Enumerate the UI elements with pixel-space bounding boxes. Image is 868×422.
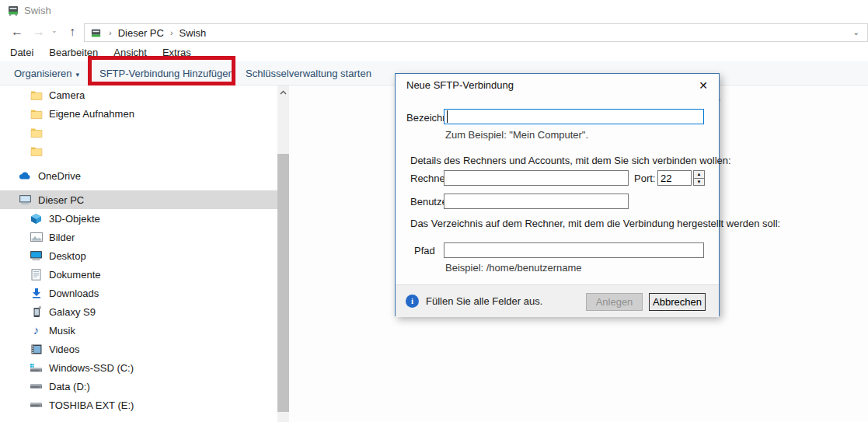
sidebar-item-onedrive[interactable]: OneDrive — [0, 166, 277, 185]
sidebar-scrollbar[interactable] — [277, 85, 289, 422]
swish-app-icon — [6, 4, 19, 16]
back-button[interactable]: ← — [8, 22, 26, 42]
sidebar-item-dieser-pc[interactable]: Dieser PC — [0, 190, 277, 209]
address-bar[interactable]: › Dieser PC › Swish ⌄ — [84, 23, 868, 42]
close-icon[interactable]: ✕ — [694, 77, 713, 94]
port-spinner[interactable]: ▲ ▼ — [693, 170, 705, 186]
name-input[interactable] — [444, 109, 704, 124]
sidebar-item-eigene-aufnahmen[interactable]: Eigene Aufnahmen — [0, 104, 277, 123]
cancel-button[interactable]: Abbrechen — [649, 293, 706, 311]
drive-icon — [30, 380, 43, 392]
sidebar-item-3d-objekte[interactable]: 3D-Objekte — [0, 209, 277, 228]
sidebar-item-folder[interactable] — [0, 141, 277, 160]
folder-icon — [30, 107, 43, 120]
folder-icon — [30, 126, 43, 138]
up-button[interactable]: ↑ — [63, 22, 82, 42]
breadcrumb-dieser-pc[interactable]: Dieser PC — [118, 27, 164, 39]
menu-datei[interactable]: Datei — [8, 47, 36, 58]
phone-icon — [30, 305, 43, 318]
name-hint: Zum Beispiel: "Mein Computer". — [445, 129, 588, 141]
computer-icon — [19, 194, 32, 206]
pictures-icon — [30, 231, 43, 243]
menu-extras[interactable]: Extras — [160, 47, 193, 58]
title-bar: Swish — [0, 0, 868, 20]
sidebar-item-videos[interactable]: Videos — [0, 340, 277, 358]
drive-icon — [30, 399, 43, 411]
path-section-text: Das Verzeichnis auf dem Rechner, mit dem… — [410, 218, 780, 229]
breadcrumb-separator: › — [164, 28, 180, 37]
sidebar-item-bilder[interactable]: Bilder — [0, 228, 277, 246]
key-management-button[interactable]: Schlüsselverwaltung starten — [246, 61, 371, 85]
organize-menu-button[interactable]: Organisieren▾ — [14, 61, 79, 85]
scroll-up-icon[interactable] — [277, 85, 289, 99]
new-sftp-connection-dialog: Neue SFTP-Verbindung ✕ Bezeichnr Zum Bei… — [395, 73, 720, 316]
breadcrumb-swish[interactable]: Swish — [180, 27, 207, 39]
dialog-footer: i Füllen Sie alle Felder aus. Anlegen Ab… — [396, 284, 719, 317]
host-section-text: Details des Rechners und Accounts, mit d… — [410, 155, 731, 166]
user-input[interactable] — [444, 194, 629, 209]
info-icon: i — [406, 295, 419, 308]
dialog-title: Neue SFTP-Verbindung — [406, 79, 514, 91]
navigation-pane: Camera Eigene Aufnahmen OneDrive — [0, 85, 277, 422]
sidebar-item-musik[interactable]: ♪ Musik — [0, 321, 277, 340]
sidebar-item-desktop[interactable]: Desktop — [0, 246, 277, 265]
host-input[interactable] — [444, 170, 629, 186]
port-input[interactable] — [657, 170, 692, 186]
videos-icon — [30, 343, 43, 355]
music-note-icon: ♪ — [30, 324, 43, 337]
chevron-down-icon: ▾ — [75, 71, 79, 78]
history-chevron-icon[interactable]: ⌄ — [51, 26, 58, 34]
scrollbar-thumb[interactable] — [277, 154, 289, 412]
documents-icon — [30, 268, 43, 281]
menu-bar: Datei Bearbeiten Ansicht Extras — [0, 44, 868, 61]
swish-location-icon — [89, 26, 103, 39]
path-label: Pfad — [414, 245, 435, 256]
sidebar-item-windows-ssd[interactable]: Windows-SSD (C:) — [0, 358, 277, 377]
3d-cube-icon — [30, 212, 43, 225]
explorer-window: Swish ← → ⌄ ↑ › Dieser PC › Swish ⌄ Date… — [0, 0, 868, 422]
folder-icon — [30, 145, 43, 157]
sidebar-item-dokumente[interactable]: Dokumente — [0, 265, 277, 284]
add-sftp-connection-button[interactable]: SFTP-Verbindung Hinzufügen — [99, 61, 234, 85]
window-title: Swish — [24, 5, 51, 16]
forward-button: → — [30, 22, 48, 42]
downloads-icon — [30, 287, 43, 299]
folder-icon — [30, 89, 43, 101]
sidebar-item-downloads[interactable]: Downloads — [0, 284, 277, 302]
navigation-bar: ← → ⌄ ↑ › Dieser PC › Swish ⌄ — [0, 20, 868, 44]
sidebar-item-camera[interactable]: Camera — [0, 85, 277, 104]
path-input[interactable] — [444, 242, 704, 258]
create-button: Anlegen — [586, 293, 643, 311]
sidebar-item-galaxy-s9[interactable]: Galaxy S9 — [0, 302, 277, 321]
onedrive-cloud-icon — [19, 169, 32, 182]
address-dropdown-icon[interactable]: ⌄ — [853, 28, 859, 37]
spinner-up-icon[interactable]: ▲ — [694, 171, 704, 178]
sidebar-item-data-drive[interactable]: Data (D:) — [0, 377, 277, 396]
windows-drive-icon — [30, 361, 43, 374]
breadcrumb-separator: › — [103, 28, 118, 37]
spinner-down-icon[interactable]: ▼ — [694, 179, 704, 186]
desktop-icon — [30, 249, 43, 262]
text-caret — [447, 110, 448, 123]
sidebar-item-folder[interactable] — [0, 123, 277, 141]
status-message: Füllen Sie alle Felder aus. — [426, 295, 542, 307]
menu-bearbeiten[interactable]: Bearbeiten — [47, 47, 100, 58]
path-hint: Beispiel: /home/benutzername — [445, 262, 582, 274]
menu-ansicht[interactable]: Ansicht — [111, 47, 149, 58]
sidebar-item-toshiba-ext[interactable]: TOSHIBA EXT (E:) — [0, 396, 277, 414]
port-label: Port: — [634, 173, 655, 184]
